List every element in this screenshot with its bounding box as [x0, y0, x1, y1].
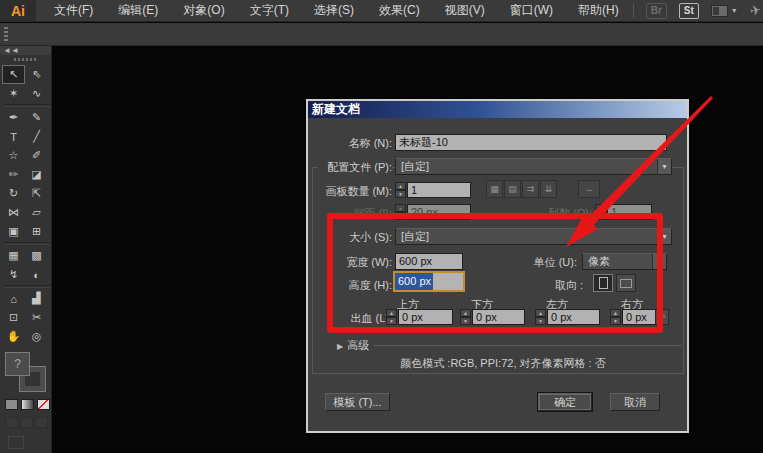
spin-down-icon[interactable]: ▼ [395, 190, 406, 198]
orientation-portrait-button[interactable] [593, 274, 613, 292]
menu-item[interactable]: 窗口(W) [510, 2, 553, 19]
height-input[interactable]: 600 px [393, 271, 465, 292]
width-input[interactable]: 600 px [395, 253, 463, 270]
spin-down-icon[interactable]: ▼ [535, 317, 546, 325]
panel-grip-icon[interactable] [4, 27, 8, 42]
application-window: Ai 文件(F)编辑(E)对象(O)文字(T)选择(S)效果(C)视图(V)窗口… [0, 0, 763, 453]
grid-by-row-icon[interactable]: ▦ [486, 180, 503, 198]
blend-tool[interactable]: ◐ [25, 265, 48, 284]
cancel-button[interactable]: 取消 [610, 393, 660, 411]
draw-behind-button[interactable] [20, 417, 33, 428]
artboards-label: 画板数量 (M): [318, 183, 392, 199]
size-dropdown[interactable]: [自定] ▼ [395, 228, 672, 245]
columns-input: 1 [607, 204, 652, 220]
ok-button[interactable]: 确定 [538, 393, 592, 411]
bleed-stepper[interactable]: ▲ ▼ [610, 309, 621, 325]
spin-down-icon[interactable]: ▼ [610, 317, 621, 325]
symbol-sprayer-tool[interactable]: ⌂ [2, 289, 25, 308]
menu-item[interactable]: 帮助(H) [578, 2, 619, 19]
draw-inside-button[interactable] [35, 417, 48, 428]
perspective-grid-tool[interactable]: ⊞ [25, 222, 48, 241]
line-segment-tool[interactable]: ╱ [25, 127, 48, 146]
screen-mode-button[interactable] [8, 436, 24, 449]
none-button[interactable] [37, 399, 50, 410]
type-tool[interactable]: T [2, 127, 25, 146]
menu-item[interactable]: 对象(O) [183, 2, 224, 19]
direct-selection-tool[interactable]: ⇖ [25, 65, 48, 84]
spacing-input: 20 px [407, 204, 471, 220]
eyedropper-tool[interactable]: ↯ [2, 265, 25, 284]
orientation-label: 取向 : [545, 277, 583, 293]
height-label: 高度 (H): [318, 277, 392, 293]
pen-tool[interactable]: ✒ [2, 108, 25, 127]
bleed-stepper[interactable]: ▲ ▼ [460, 309, 471, 325]
gradient-tool[interactable]: ▩ [25, 246, 48, 265]
template-button[interactable]: 模板 (T)... [325, 393, 390, 411]
eraser-tool[interactable]: ◪ [25, 165, 48, 184]
grid-by-column-icon[interactable]: ▤ [504, 180, 521, 198]
orientation-landscape-button[interactable] [616, 274, 636, 292]
bleed-stepper[interactable]: ▲ ▼ [535, 309, 546, 325]
arrange-direction-button[interactable]: → [578, 180, 600, 198]
scale-tool[interactable]: ⇱ [25, 184, 48, 203]
units-label: 单位 (U): [525, 254, 577, 270]
units-dropdown[interactable]: 像素 ▼ [582, 253, 667, 270]
arrange-by-row-icon[interactable]: ⇉ [522, 180, 539, 198]
color-button[interactable] [5, 399, 18, 410]
bridge-icon[interactable]: Br [646, 3, 667, 19]
graph-tool[interactable]: ▟ [25, 289, 48, 308]
artboards-input[interactable]: 1 [407, 182, 471, 198]
spin-up-icon[interactable]: ▲ [535, 309, 546, 317]
advanced-toggle[interactable]: ▶高级 [333, 338, 373, 353]
gradient-button[interactable] [21, 399, 34, 410]
width-tool[interactable]: ⋈ [2, 203, 25, 222]
paintbrush-tool[interactable]: ✐ [25, 146, 48, 165]
shape-builder-tool[interactable]: ▣ [2, 222, 25, 241]
new-document-dialog: 新建文档 名称 (N): 未标题-10 配置文件 (P): [自定] ▼ 画板数… [306, 99, 689, 433]
spin-down-icon[interactable]: ▼ [386, 317, 397, 325]
blob-brush-tool[interactable]: ✎ [25, 108, 48, 127]
tools-panel-collapse-icon[interactable]: ◄◄ [0, 46, 51, 55]
zoom-tool[interactable]: ◎ [25, 327, 48, 346]
menu-item[interactable]: 效果(C) [379, 2, 420, 19]
hand-tool[interactable]: ✋ [2, 327, 25, 346]
artboards-stepper[interactable]: ▲ ▼ [395, 182, 406, 198]
spin-up-icon[interactable]: ▲ [395, 182, 406, 190]
workspace-switcher-icon[interactable]: ▼ [711, 5, 738, 17]
lasso-tool[interactable]: ∿ [25, 84, 48, 103]
name-input[interactable]: 未标题-10 [395, 134, 667, 151]
spin-down-icon[interactable]: ▼ [460, 317, 471, 325]
tools-panel-grip-icon[interactable] [14, 58, 38, 61]
pencil-tool[interactable]: ✏ [2, 165, 25, 184]
menu-item[interactable]: 文字(T) [250, 2, 289, 19]
draw-normal-button[interactable] [5, 417, 18, 428]
bleed-link-icon[interactable]: ∞ [655, 309, 669, 325]
magic-wand-tool[interactable]: ✶ [2, 84, 25, 103]
rotate-tool[interactable]: ↻ [2, 184, 25, 203]
menu-item[interactable]: 编辑(E) [118, 2, 158, 19]
selection-tool[interactable]: ↖ [2, 65, 25, 84]
bleed-stepper[interactable]: ▲ ▼ [386, 309, 397, 325]
bleed-input[interactable]: 0 px [398, 309, 453, 325]
menu-item[interactable]: 选择(S) [314, 2, 354, 19]
spin-up-icon[interactable]: ▲ [460, 309, 471, 317]
arrange-by-column-icon[interactable]: ⇊ [540, 180, 557, 198]
spin-down-icon: ▼ [395, 212, 406, 220]
bleed-input[interactable]: 0 px [547, 309, 600, 325]
shape-tool[interactable]: ☆ [2, 146, 25, 165]
bleed-label: 出血 (L): [318, 310, 392, 326]
slice-tool[interactable]: ✂ [25, 308, 48, 327]
spin-up-icon[interactable]: ▲ [610, 309, 621, 317]
profile-dropdown[interactable]: [自定] ▼ [395, 158, 672, 175]
menu-item[interactable]: 视图(V) [445, 2, 485, 19]
stock-icon[interactable]: St [679, 3, 699, 19]
fill-swatch[interactable]: ? [5, 352, 30, 376]
cs-live-icon[interactable]: ✈ [748, 2, 762, 19]
spin-up-icon[interactable]: ▲ [386, 309, 397, 317]
menu-item[interactable]: 文件(F) [54, 2, 93, 19]
bleed-input[interactable]: 0 px [472, 309, 525, 325]
mesh-tool[interactable]: ▦ [2, 246, 25, 265]
artboard-tool[interactable]: ⊡ [2, 308, 25, 327]
free-transform-tool[interactable]: ▱ [25, 203, 48, 222]
dialog-title-bar[interactable]: 新建文档 [308, 101, 687, 118]
